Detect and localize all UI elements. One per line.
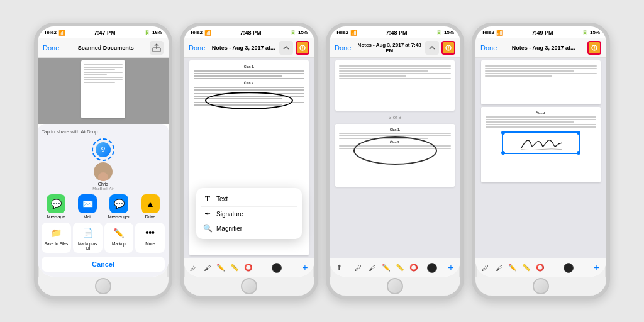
battery-pct-1: 16% [152, 30, 162, 35]
app-messenger-label: Messenger [108, 214, 130, 219]
color-swatch-3[interactable] [427, 263, 437, 273]
pencil-icon-3[interactable]: ✏️ [380, 262, 392, 274]
plus-icon-4[interactable]: + [591, 262, 602, 274]
cancel-button-1[interactable]: Cancel [42, 257, 165, 272]
doc-page-3b: Član 1. Član 2. [335, 124, 455, 187]
contact-avatar[interactable] [94, 162, 113, 181]
color-swatch-4[interactable] [564, 263, 574, 273]
markup-signature-item[interactable]: ✒ Signature [201, 207, 297, 221]
pencil-icon-2[interactable]: ✏️ [215, 262, 226, 274]
action-save-files[interactable]: 📁 Save to Files [42, 223, 71, 253]
signature-container-4 [486, 131, 596, 157]
doc-page-4b: Član 4. [481, 107, 601, 182]
ruler-icon-3[interactable]: 📏 [394, 262, 406, 274]
marker-icon-3[interactable]: 🖌 [367, 262, 378, 274]
signature-icon: ✒ [203, 209, 213, 218]
nav-highlighted-icon-2[interactable] [296, 41, 309, 55]
app-drive[interactable]: ▲ Drive [136, 194, 165, 219]
carrier-3: Tele2 [336, 30, 348, 35]
phone-4: Tele2 📶 7:49 PM 🔋 15% Done Notes - Aug 3… [472, 23, 610, 299]
nav-bar-4: Done Notes - Aug 3, 2017 at... [475, 38, 606, 58]
nav-highlighted-icon-3[interactable] [441, 41, 455, 55]
bottom-toolbar-2: 🖊 🖌 ✏️ 📏 ⭕ + [184, 258, 314, 277]
signature-svg [503, 133, 578, 153]
share-icon-3[interactable]: ⬆ [333, 262, 345, 274]
carrier-1: Tele2 [44, 30, 57, 35]
nav-title-3: Notes - Aug 3, 2017 at 7:48 PM [353, 42, 425, 53]
home-button-1[interactable] [95, 278, 111, 294]
nav-up-icon-2[interactable] [279, 41, 293, 55]
phone-1: Tele2 📶 7:47 PM 🔋 16% Done Scanned Docum… [34, 23, 172, 299]
nav-bar-2: Done Notes - Aug 3, 2017 at... [184, 38, 314, 58]
status-bar-4: Tele2 📶 7:49 PM 🔋 15% [475, 26, 606, 38]
ruler-icon-4[interactable]: 📏 [521, 262, 532, 274]
home-button-2[interactable] [241, 278, 257, 294]
doc-page-3a [335, 60, 455, 111]
nav-up-icon-3[interactable] [425, 41, 439, 55]
carrier-4: Tele2 [482, 30, 494, 35]
status-bar-3: Tele2 📶 7:48 PM 🔋 15% [330, 26, 460, 38]
lasso-icon-4[interactable]: ⭕ [535, 262, 546, 274]
carrier-2: Tele2 [190, 30, 203, 35]
save-files-label: Save to Files [45, 242, 69, 246]
nav-done-3[interactable]: Done [335, 44, 351, 52]
pen-icon-4[interactable]: 🖊 [479, 262, 491, 274]
signature-selection-box [502, 131, 579, 154]
contact-name: Chris [98, 182, 108, 186]
text-label: Text [216, 196, 228, 203]
airdrop-circle[interactable] [92, 138, 114, 161]
bottom-toolbar-3: ⬆ 🖊 🖌 ✏️ 📏 ⭕ + [330, 258, 460, 277]
page-indicator-3: 3 of 8 [387, 113, 402, 121]
magnifier-label: Magnifier [216, 225, 242, 232]
pen-icon-3[interactable]: 🖊 [353, 262, 364, 274]
signature-label: Signature [216, 211, 243, 218]
nav-done-4[interactable]: Done [480, 44, 497, 52]
app-drive-label: Drive [145, 214, 155, 219]
battery-pct-4: 15% [590, 30, 600, 35]
lasso-icon-3[interactable]: ⭕ [408, 262, 419, 274]
home-button-3[interactable] [387, 278, 403, 294]
time-4: 7:49 PM [531, 30, 553, 36]
home-button-4[interactable] [533, 278, 549, 294]
markup-magnifier-item[interactable]: 🔍 Magnifier [201, 221, 297, 235]
doc-preview-1 [81, 60, 125, 118]
lasso-icon-2[interactable]: ⭕ [243, 262, 254, 274]
text-icon: T [203, 194, 213, 204]
svg-point-8 [448, 48, 449, 50]
markup-text-item[interactable]: T Text [201, 192, 297, 207]
nav-done-1[interactable]: Done [43, 44, 59, 52]
handle-br[interactable] [577, 151, 580, 155]
app-messenger[interactable]: 💬 Messenger [104, 194, 133, 219]
pencil-icon-4[interactable]: ✏️ [507, 262, 518, 274]
nav-done-2[interactable]: Done [189, 44, 205, 52]
handle-tr[interactable] [577, 131, 580, 135]
ruler-icon-2[interactable]: 📏 [229, 262, 240, 274]
color-swatch-2[interactable] [272, 263, 282, 273]
battery-icon-1: 🔋 [144, 30, 150, 35]
marker-icon-4[interactable]: 🖌 [493, 262, 504, 274]
action-more[interactable]: ••• More [135, 223, 165, 253]
nav-title-4: Notes - Aug 3, 2017 at... [499, 45, 587, 51]
pen-icon-2[interactable]: 🖊 [187, 262, 199, 274]
action-markup-pdf[interactable]: 📄 Markup as PDF [73, 223, 103, 253]
action-markup[interactable]: ✏️ Markup [104, 223, 134, 253]
plus-icon-2[interactable]: + [299, 262, 311, 274]
app-message[interactable]: 💬 Message [42, 194, 70, 219]
phone-2: Tele2 📶 7:48 PM 🔋 15% Done Notes - Aug 3… [180, 23, 318, 299]
status-bar-2: Tele2 📶 7:48 PM 🔋 15% [184, 26, 314, 38]
upload-icon-1[interactable] [150, 41, 164, 55]
nav-title-1: Scanned Documents [62, 45, 150, 51]
nav-highlighted-icon-4[interactable] [587, 41, 601, 55]
contact-device: MacBook Air [92, 187, 114, 191]
doc-area-3: 3 of 8 Član 1. Član 2. [330, 58, 460, 258]
markup-icon: ✏️ [111, 225, 126, 240]
markup-pdf-label: Markup as PDF [74, 242, 101, 250]
marker-icon-2[interactable]: 🖌 [201, 262, 213, 274]
handle-bl[interactable] [501, 151, 505, 155]
svg-point-5 [302, 48, 303, 50]
app-drive-icon: ▲ [141, 194, 160, 213]
wifi-icon-4: 📶 [496, 30, 503, 36]
plus-icon-3[interactable]: + [445, 262, 457, 274]
app-mail[interactable]: ✉️ Mail [73, 194, 102, 219]
time-2: 7:48 PM [240, 30, 261, 36]
